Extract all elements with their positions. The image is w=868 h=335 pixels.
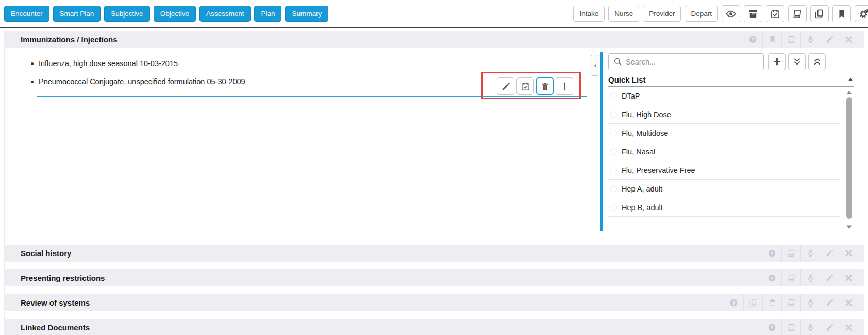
quick-list-item-label: Flu, Multidose [622, 129, 668, 137]
immunization-list-item[interactable]: Influenza, high dose seasonal 10-03-2015 [31, 58, 178, 69]
stage-depart-button[interactable]: Depart [685, 6, 718, 22]
immunization-row-actions [497, 77, 573, 95]
microphone-icon[interactable] [800, 245, 820, 262]
resize-vertical-icon [560, 82, 570, 91]
close-icon[interactable] [839, 245, 858, 262]
section-title: Linked Documents [5, 323, 90, 332]
panel-collapse-button[interactable] [591, 55, 599, 76]
pencil-icon[interactable] [820, 31, 839, 48]
section-title: Review of systems [5, 298, 90, 307]
quick-list-item[interactable]: Flu, Nasal [608, 142, 840, 161]
toolbar-icon-buttons [722, 5, 868, 22]
section-title: Presenting restrictions [5, 274, 105, 282]
immunization-item-label: Influenza, high dose seasonal 10-03-2015 [39, 59, 178, 68]
trash-icon [540, 82, 550, 91]
item-circle-icon [610, 130, 617, 136]
nav-plan-button[interactable]: Plan [254, 6, 281, 22]
stage-provider-button[interactable]: Provider [643, 6, 681, 22]
pencil-icon[interactable] [820, 245, 839, 262]
book-icon[interactable] [781, 269, 800, 286]
book-icon[interactable] [781, 245, 800, 262]
section-header-actions [762, 269, 864, 286]
quick-list-item[interactable]: Hep A, adult [608, 180, 840, 198]
plus-icon [772, 57, 782, 67]
book-icon[interactable] [781, 31, 800, 48]
help-icon[interactable] [743, 31, 762, 48]
microphone-icon[interactable] [800, 319, 820, 335]
book-icon[interactable] [788, 5, 807, 22]
microphone-icon[interactable] [800, 294, 820, 311]
nav-encounter-button[interactable]: Encounter [4, 6, 49, 22]
quick-list-item[interactable]: DTaP [608, 87, 840, 105]
immunization-list-item[interactable]: Pneumococcal Conjugate, unspecified form… [31, 76, 245, 87]
stage-nurse-button[interactable]: Nurse [608, 6, 639, 22]
quick-list-header: Quick List [608, 73, 854, 87]
quick-list-search [608, 53, 764, 70]
ehr-encounter-page: Encounter Smart Plan Subjective Objectiv… [0, 0, 868, 335]
section-header-actions [762, 319, 864, 335]
administer-date-button[interactable] [516, 77, 534, 95]
scrollbar-thumb[interactable] [846, 97, 852, 219]
section-header-linked-documents: Linked Documents [5, 319, 864, 335]
quick-list-toolbar [768, 53, 826, 70]
help-icon[interactable] [762, 245, 781, 262]
copy-icon[interactable] [743, 294, 762, 311]
item-circle-icon [610, 92, 617, 99]
resize-button[interactable] [556, 77, 573, 95]
quick-list-item[interactable]: Flu, Multidose [608, 124, 840, 142]
quick-list-collapse-toggle[interactable] [847, 76, 854, 83]
eye-icon[interactable] [722, 5, 740, 22]
help-icon[interactable] [762, 319, 781, 335]
item-circle-icon [610, 167, 617, 173]
bookmark-icon[interactable] [762, 31, 781, 48]
stage-intake-button[interactable]: Intake [573, 6, 605, 22]
book-icon[interactable] [781, 294, 800, 311]
collapse-all-button[interactable] [808, 53, 826, 70]
quick-list-item[interactable]: Flu, Preservative Free [608, 161, 840, 180]
pencil-icon[interactable] [820, 294, 839, 311]
edit-button[interactable] [497, 77, 514, 95]
quick-list-item-label: Flu, High Dose [622, 110, 671, 119]
nav-objective-button[interactable]: Objective [154, 6, 196, 22]
section-header-actions [762, 245, 864, 262]
search-input[interactable] [626, 58, 759, 66]
delete-button[interactable] [536, 77, 554, 95]
quick-list-item[interactable]: Flu, High Dose [608, 105, 840, 124]
quick-list: DTaP Flu, High Dose Flu, Multidose Flu, … [608, 87, 840, 217]
nav-smart-plan-button[interactable]: Smart Plan [53, 6, 101, 22]
chevrons-down-icon [792, 57, 802, 67]
scroll-down-button[interactable] [845, 223, 853, 231]
book-icon[interactable] [781, 319, 800, 335]
pencil-icon[interactable] [820, 319, 839, 335]
bookmark-icon[interactable] [832, 5, 851, 22]
archive-icon[interactable] [744, 5, 762, 22]
section-title: Social history [5, 249, 71, 258]
help-icon[interactable] [762, 269, 781, 286]
search-icon [613, 57, 622, 66]
section-header-review-of-systems: Review of systems [5, 294, 864, 311]
gear-icon[interactable] [855, 5, 868, 22]
item-circle-icon [610, 204, 617, 211]
pencil-icon[interactable] [820, 269, 839, 286]
quick-list-item-label: Hep B, adult [622, 203, 663, 212]
scroll-up-button[interactable] [845, 89, 853, 97]
nav-assessment-button[interactable]: Assessment [199, 6, 251, 22]
expand-all-button[interactable] [788, 53, 806, 70]
trash-icon[interactable] [762, 294, 781, 311]
microphone-icon[interactable] [800, 269, 820, 286]
add-item-button[interactable] [768, 53, 786, 70]
chart-section-nav: Encounter Smart Plan Subjective Objectiv… [4, 6, 328, 22]
close-icon[interactable] [839, 319, 858, 335]
copy-icon[interactable] [810, 5, 829, 22]
close-icon[interactable] [839, 294, 858, 311]
quick-list-item[interactable]: Hep B, adult [608, 198, 840, 217]
help-icon[interactable] [724, 294, 743, 311]
microphone-icon[interactable] [800, 31, 820, 48]
nav-summary-button[interactable]: Summary [285, 6, 328, 22]
triangle-down-icon [845, 223, 853, 231]
panel-accent-bar [600, 52, 603, 231]
close-icon[interactable] [839, 31, 858, 48]
nav-subjective-button[interactable]: Subjective [104, 6, 149, 22]
close-icon[interactable] [839, 269, 858, 286]
calendar-check-icon[interactable] [766, 5, 784, 22]
